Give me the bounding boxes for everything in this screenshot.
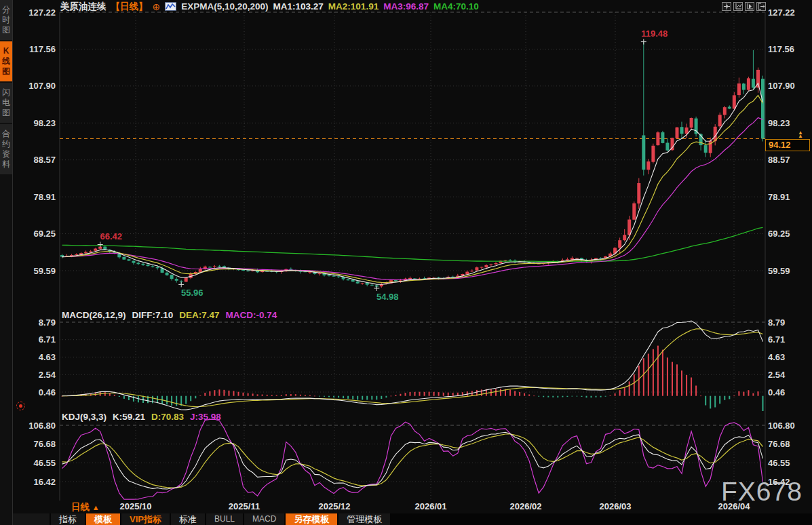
svg-text:8.79: 8.79 — [768, 317, 785, 328]
period-selector-label: 日线 — [71, 502, 90, 512]
macd-diff-value: DIFF:7.10 — [132, 310, 174, 321]
svg-text:107.90: 107.90 — [768, 81, 795, 91]
svg-text:59.59: 59.59 — [768, 266, 790, 276]
svg-text:55.96: 55.96 — [181, 288, 204, 298]
sidebar-tab-2[interactable]: 闪电图 — [0, 83, 12, 123]
indicator-settings-sun-icon[interactable] — [16, 402, 25, 410]
svg-text:127.22: 127.22 — [28, 7, 56, 18]
x-axis-months: 日线 ▲ 2025/102025/112025/122026/012026/02… — [13, 501, 812, 513]
toolbar-spacer — [13, 513, 50, 525]
macd-panel-header: MACD(26,12,9) DIFF:7.10 DEA:7.47 MACD:-0… — [62, 310, 277, 321]
trading-app-window: 127.22127.22117.56117.56107.90107.9098.2… — [0, 0, 812, 525]
x-axis-month-label: 2026/03 — [592, 501, 639, 511]
x-axis-month-label: 2025/10 — [112, 501, 159, 511]
svg-text:76.68: 76.68 — [768, 439, 790, 449]
crosshair-move-icon[interactable] — [722, 2, 731, 11]
svg-text:76.68: 76.68 — [33, 439, 56, 449]
x-axis-month-label: 2025/11 — [220, 501, 268, 511]
toolbar-item-4[interactable]: BULL — [206, 513, 243, 525]
kdj-panel — [62, 419, 763, 499]
svg-text:69.25: 69.25 — [768, 229, 790, 239]
exit-window-icon[interactable] — [756, 2, 766, 11]
watermark: FX678 — [721, 477, 803, 507]
expma-lines — [62, 83, 763, 285]
ma4-value: MA4:70.10 — [433, 1, 479, 12]
svg-text:4.63: 4.63 — [39, 352, 56, 362]
svg-text:54.98: 54.98 — [376, 292, 399, 302]
svg-text:78.91: 78.91 — [768, 192, 790, 202]
chart-header: 美原油连续 【日线】 ⊕ EXPMA(5,10,20,200) MA1:103.… — [60, 1, 479, 12]
toolbar-item-5[interactable]: MACD — [244, 513, 284, 525]
svg-text:88.57: 88.57 — [33, 155, 56, 165]
toolbar-item-2[interactable]: VIP指标 — [121, 513, 170, 525]
line-chart-icon[interactable] — [165, 2, 176, 11]
toolbar-item-7[interactable]: 管理模板 — [339, 513, 390, 525]
svg-text:2.54: 2.54 — [39, 370, 56, 380]
macd-panel — [62, 321, 764, 411]
svg-text:6.71: 6.71 — [768, 334, 785, 345]
svg-text:107.90: 107.90 — [28, 81, 56, 91]
toolbar-item-6[interactable]: 另存模板 — [286, 513, 337, 525]
last-price-marker-icon: ▲▲ — [798, 131, 803, 138]
svg-text:98.23: 98.23 — [768, 118, 790, 128]
toolbar-item-0[interactable]: 指标 — [51, 513, 85, 525]
sidebar-tab-3[interactable]: 合约资料 — [0, 124, 12, 174]
kdj-panel-header: KDJ(9,3,3) K:59.21 D:70.83 J:35.98 — [62, 412, 221, 423]
svg-text:106.80: 106.80 — [768, 421, 795, 431]
symbol-name: 美原油连续 — [60, 1, 107, 13]
svg-text:78.91: 78.91 — [33, 192, 56, 202]
svg-text:66.42: 66.42 — [100, 231, 122, 241]
svg-text:117.56: 117.56 — [29, 44, 56, 54]
macd-title: MACD(26,12,9) — [62, 310, 126, 321]
chart-type-sidebar: 分时图K线图闪电图合约资料 — [0, 0, 13, 525]
toolbar-item-3[interactable]: 标准 — [171, 513, 205, 525]
svg-text:8.79: 8.79 — [39, 317, 56, 328]
svg-text:16.42: 16.42 — [33, 477, 56, 487]
svg-text:88.57: 88.57 — [768, 155, 790, 165]
sidebar-tab-1[interactable]: K线图 — [0, 41, 12, 81]
candlesticks — [60, 42, 765, 288]
svg-text:119.48: 119.48 — [641, 28, 668, 39]
indicator-name: EXPMA(5,10,20,200) — [181, 1, 268, 12]
axis-chart-play-icon[interactable] — [745, 2, 754, 11]
sidebar-tab-0[interactable]: 分时图 — [0, 0, 12, 40]
x-axis-month-label: 2025/12 — [311, 501, 358, 511]
svg-text:6.71: 6.71 — [39, 334, 56, 345]
svg-text:117.56: 117.56 — [768, 44, 794, 54]
kdj-d-value: D:70.83 — [151, 412, 184, 423]
macd-dea-value: DEA:7.47 — [179, 310, 219, 321]
svg-text:4.63: 4.63 — [768, 352, 785, 362]
svg-text:2.54: 2.54 — [768, 370, 786, 380]
ma2-value: MA2:101.91 — [328, 1, 379, 12]
svg-text:46.55: 46.55 — [33, 458, 56, 468]
svg-text:69.25: 69.25 — [33, 229, 56, 239]
ma1-value: MA1:103.27 — [273, 1, 324, 12]
svg-text:59.59: 59.59 — [33, 266, 56, 276]
bottom-toolbar: 指标模板VIP指标标准BULLMACD另存模板管理模板 — [13, 513, 812, 525]
svg-text:0.46: 0.46 — [39, 387, 56, 397]
period-selector[interactable]: 日线 ▲ — [71, 501, 100, 513]
svg-text:46.55: 46.55 — [768, 458, 790, 468]
window-tool-icons — [722, 2, 766, 11]
last-price-tag: 94.12 — [765, 139, 810, 151]
chevron-up-icon: ▲ — [92, 503, 100, 511]
svg-text:106.80: 106.80 — [28, 421, 56, 431]
period-tag[interactable]: 【日线】 — [111, 1, 148, 13]
axis-chart-up-icon[interactable] — [733, 2, 743, 11]
x-axis-month-label: 2026/02 — [502, 501, 549, 511]
ma3-value: MA3:96.87 — [383, 1, 429, 12]
x-axis-month-label: 2026/01 — [407, 501, 455, 511]
kdj-j-value: J:35.98 — [190, 412, 221, 423]
chart-canvas[interactable]: 127.22127.22117.56117.56107.90107.9098.2… — [0, 0, 812, 525]
svg-text:127.22: 127.22 — [768, 7, 795, 18]
svg-text:0.46: 0.46 — [768, 387, 785, 397]
svg-text:98.23: 98.23 — [33, 118, 56, 128]
circle-plus-icon[interactable]: ⊕ — [153, 2, 161, 12]
kdj-k-value: K:59.21 — [113, 412, 145, 423]
macd-bar-value: MACD:-0.74 — [226, 310, 277, 321]
kdj-title: KDJ(9,3,3) — [62, 412, 107, 423]
toolbar-item-1[interactable]: 模板 — [86, 513, 120, 525]
